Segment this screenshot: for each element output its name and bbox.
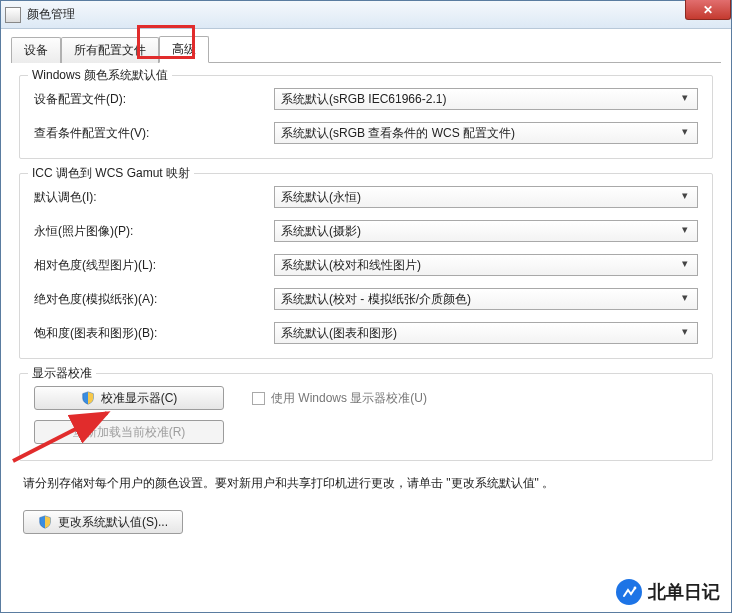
select-relative[interactable]: 系统默认(校对和线性图片) — [274, 254, 698, 276]
window-title: 颜色管理 — [27, 6, 75, 23]
label-viewing-conditions: 查看条件配置文件(V): — [34, 125, 274, 142]
label-perceptual: 永恒(照片图像)(P): — [34, 223, 274, 240]
group-calibration: 显示器校准 校准显示器(C) 使用 Windows 显示器校准(U) 重新加载当… — [19, 373, 713, 461]
label-device-profile: 设备配置文件(D): — [34, 91, 274, 108]
label-absolute: 绝对色度(模拟纸张)(A): — [34, 291, 274, 308]
watermark-text: 北单日记 — [648, 580, 720, 604]
group-defaults: Windows 颜色系统默认值 设备配置文件(D): 系统默认(sRGB IEC… — [19, 75, 713, 159]
content-area: 设备 所有配置文件 高级 Windows 颜色系统默认值 设备配置文件(D): … — [1, 29, 731, 612]
legend-calibration: 显示器校准 — [28, 365, 96, 382]
shield-icon — [81, 391, 95, 405]
svg-point-1 — [634, 587, 637, 590]
tab-devices[interactable]: 设备 — [11, 37, 61, 63]
group-gamut-mapping: ICC 调色到 WCS Gamut 映射 默认调色(I): 系统默认(永恒) 永… — [19, 173, 713, 359]
select-viewing-conditions[interactable]: 系统默认(sRGB 查看条件的 WCS 配置文件) — [274, 122, 698, 144]
watermark-icon — [616, 579, 642, 605]
label-default-intent: 默认调色(I): — [34, 189, 274, 206]
watermark: 北单日记 — [616, 579, 720, 605]
shield-icon — [38, 515, 52, 529]
select-absolute[interactable]: 系统默认(校对 - 模拟纸张/介质颜色) — [274, 288, 698, 310]
select-perceptual[interactable]: 系统默认(摄影) — [274, 220, 698, 242]
select-saturation[interactable]: 系统默认(图表和图形) — [274, 322, 698, 344]
select-device-profile[interactable]: 系统默认(sRGB IEC61966-2.1) — [274, 88, 698, 110]
titlebar: 颜色管理 ✕ — [1, 1, 731, 29]
close-button[interactable]: ✕ — [685, 0, 731, 20]
label-relative: 相对色度(线型图片)(L): — [34, 257, 274, 274]
select-default-intent[interactable]: 系统默认(永恒) — [274, 186, 698, 208]
close-icon: ✕ — [703, 3, 713, 17]
use-windows-calib-checkbox[interactable]: 使用 Windows 显示器校准(U) — [252, 390, 427, 407]
app-icon — [5, 7, 21, 23]
legend-gamut: ICC 调色到 WCS Gamut 映射 — [28, 165, 194, 182]
reload-calibration-button: 重新加载当前校准(R) — [34, 420, 224, 444]
instruction-text: 请分别存储对每个用户的颜色设置。要对新用户和共享打印机进行更改，请单击 "更改系… — [23, 475, 709, 492]
legend-defaults: Windows 颜色系统默认值 — [28, 67, 172, 84]
checkbox-box — [252, 392, 265, 405]
tab-advanced[interactable]: 高级 — [159, 36, 209, 63]
change-system-defaults-button[interactable]: 更改系统默认值(S)... — [23, 510, 183, 534]
color-management-window: 颜色管理 ✕ 设备 所有配置文件 高级 Windows 颜色系统默认值 设备配置… — [0, 0, 732, 613]
tabstrip: 设备 所有配置文件 高级 — [11, 35, 721, 63]
label-saturation: 饱和度(图表和图形)(B): — [34, 325, 274, 342]
tab-profiles[interactable]: 所有配置文件 — [61, 37, 159, 63]
calibrate-display-button[interactable]: 校准显示器(C) — [34, 386, 224, 410]
